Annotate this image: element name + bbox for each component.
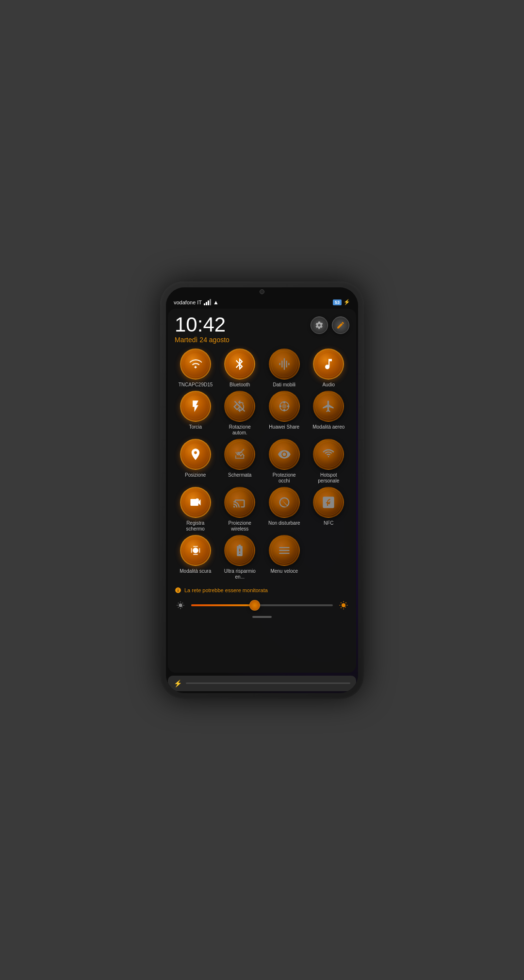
status-bar: vodafone IT ▲ 53 ⚡: [166, 295, 358, 308]
nfc-label: NFC: [324, 520, 334, 526]
quick-item-huawei-share[interactable]: Huawei Share: [263, 391, 305, 436]
dnd-label: Non disturbare: [268, 520, 300, 526]
camera-area: [166, 287, 358, 295]
usb-bar: ⚡: [168, 676, 356, 691]
settings-button[interactable]: [311, 316, 328, 334]
location-label: Posizione: [185, 472, 206, 478]
brightness-fill: [191, 604, 255, 606]
phone-frame: vodafone IT ▲ 53 ⚡: [160, 282, 364, 699]
mobile-data-label: Dati mobili: [273, 382, 295, 388]
camera-dot: [260, 289, 264, 294]
wireless-proj-label: Proiezione wireless: [223, 520, 257, 532]
huawei-share-label: Huawei Share: [269, 424, 299, 430]
quick-item-hotspot[interactable]: Hotspot personale: [308, 439, 350, 484]
status-right: 53 ⚡: [333, 299, 350, 305]
eye-protect-icon-circle: [269, 439, 300, 470]
wireless-proj-icon-circle: [224, 487, 255, 518]
quick-item-rotation[interactable]: Rotazione autom.: [219, 391, 261, 436]
rotation-label: Rotazione autom.: [223, 424, 257, 436]
brightness-row: [175, 598, 349, 614]
eye-protect-label: Protezione occhi: [267, 472, 301, 484]
quick-item-wifi[interactable]: TNCAPC29D15: [175, 349, 216, 388]
quick-item-wireless-proj[interactable]: Proiezione wireless: [219, 487, 261, 532]
screen-record-label: Registra schermo: [179, 520, 213, 532]
dnd-icon-circle: [269, 487, 300, 518]
quick-item-dark-mode[interactable]: Modalità scura: [175, 535, 216, 580]
svg-point-2: [282, 404, 286, 408]
mobile-data-icon-circle: [269, 349, 300, 380]
handle-bar: [252, 616, 272, 618]
quick-item-audio[interactable]: Audio: [308, 349, 350, 388]
screenshot-icon-circle: [224, 439, 255, 470]
location-icon-circle: [180, 439, 211, 470]
panel-handle: [175, 614, 349, 619]
edit-button[interactable]: [332, 316, 349, 334]
quick-item-screen-record[interactable]: Registra schermo: [175, 487, 216, 532]
quick-menu-label: Menu veloce: [270, 568, 298, 574]
screen-content: vodafone IT ▲ 53 ⚡: [166, 287, 358, 693]
quick-item-bluetooth[interactable]: Bluetooth: [219, 349, 261, 388]
clock-display: 10:42: [175, 315, 229, 335]
quick-item-mobile-data[interactable]: Dati mobili: [263, 349, 305, 388]
svg-point-4: [283, 409, 285, 411]
battery-indicator: 53: [333, 299, 342, 305]
ultra-save-label: Ultra risparmio en...: [223, 568, 257, 580]
rotation-icon-circle: [224, 391, 255, 422]
wifi-icon-circle: [180, 349, 211, 380]
hotspot-icon-circle: [313, 439, 344, 470]
airplane-icon-circle: [313, 391, 344, 422]
audio-icon-circle: [313, 349, 344, 380]
info-bar: La rete potrebbe essere monitorata: [175, 584, 349, 598]
quick-panel: 10:42 Martedì 24 agosto: [168, 309, 356, 673]
usb-icon: ⚡: [174, 680, 182, 687]
quick-item-screenshot[interactable]: Schermata: [219, 439, 261, 484]
brightness-high-icon: [338, 599, 349, 611]
svg-point-3: [283, 401, 285, 403]
brightness-low-icon: [175, 599, 186, 611]
signal-icon: [204, 299, 211, 305]
header-icons: [311, 316, 349, 334]
quick-item-dnd[interactable]: Non disturbare: [263, 487, 305, 532]
wifi-label: TNCAPC29D15: [179, 382, 213, 388]
hotspot-label: Hotspot personale: [311, 472, 345, 484]
carrier-label: vodafone IT: [174, 299, 202, 305]
date-display: Martedì 24 agosto: [175, 336, 229, 344]
quick-item-airplane[interactable]: Modalità aereo: [308, 391, 350, 436]
svg-point-7: [196, 498, 199, 501]
audio-label: Audio: [322, 382, 335, 388]
info-icon: [175, 587, 181, 594]
quick-item-nfc[interactable]: NFC: [308, 487, 350, 532]
status-left: vodafone IT ▲: [174, 299, 219, 306]
time-block: 10:42 Martedì 24 agosto: [175, 315, 229, 344]
panel-header: 10:42 Martedì 24 agosto: [175, 315, 349, 344]
svg-point-5: [279, 405, 281, 407]
screenshot-label: Schermata: [228, 472, 251, 478]
brightness-thumb[interactable]: [249, 600, 260, 611]
quick-item-eye-protect[interactable]: Protezione occhi: [263, 439, 305, 484]
usb-indicator: [186, 682, 350, 684]
info-text: La rete potrebbe essere monitorata: [184, 587, 268, 593]
torch-label: Torcia: [189, 424, 202, 430]
quick-settings-grid: TNCAPC29D15 Bluetooth: [175, 349, 349, 580]
bluetooth-icon-circle: [224, 349, 255, 380]
svg-point-6: [287, 405, 290, 407]
quick-item-quick-menu[interactable]: Menu veloce: [263, 535, 305, 580]
bluetooth-label: Bluetooth: [229, 382, 250, 388]
wifi-status-icon: ▲: [213, 299, 219, 306]
svg-point-8: [193, 548, 198, 553]
quick-item-torch[interactable]: Torcia: [175, 391, 216, 436]
nfc-icon-circle: [313, 487, 344, 518]
quick-item-ultra-save[interactable]: Ultra risparmio en...: [219, 535, 261, 580]
huawei-share-icon-circle: [269, 391, 300, 422]
quick-item-location[interactable]: Posizione: [175, 439, 216, 484]
dark-mode-icon-circle: [180, 535, 211, 566]
airplane-label: Modalità aereo: [312, 424, 344, 430]
quick-menu-icon-circle: [269, 535, 300, 566]
torch-icon-circle: [180, 391, 211, 422]
charging-icon: ⚡: [344, 299, 350, 305]
screen-record-icon-circle: [180, 487, 211, 518]
phone-screen: vodafone IT ▲ 53 ⚡: [166, 287, 358, 693]
brightness-slider[interactable]: [191, 604, 333, 606]
ultra-save-icon-circle: [224, 535, 255, 566]
dark-mode-label: Modalità scura: [180, 568, 211, 574]
